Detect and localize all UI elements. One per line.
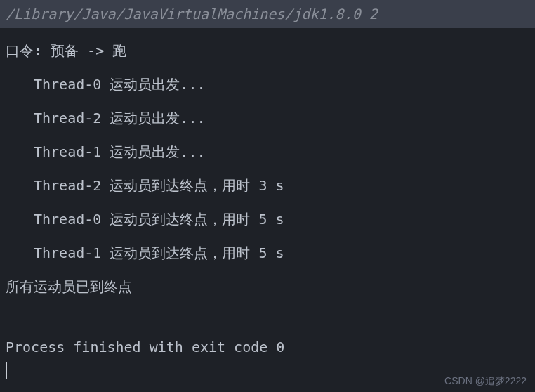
console-output[interactable]: /Library/Java/JavaVirtualMachines/jdk1.8… <box>0 0 535 381</box>
execution-path: /Library/Java/JavaVirtualMachines/jdk1.8… <box>0 0 535 28</box>
output-line: 所有运动员已到终点 <box>0 275 535 298</box>
output-line: Thread-1 运动员出发... <box>0 141 535 163</box>
blank-line <box>0 298 535 325</box>
output-line: Thread-0 运动员出发... <box>0 73 535 96</box>
cursor-icon <box>6 362 7 379</box>
output-line: Thread-1 运动员到达终点，用时 5 s <box>0 242 535 264</box>
output-line: Thread-2 运动员出发... <box>0 107 535 129</box>
output-line: 口令: 预备 -> 跑 <box>0 39 535 62</box>
exit-message: Process finished with exit code 0 <box>0 336 535 358</box>
watermark: CSDN @追梦2222 <box>444 375 527 388</box>
output-line: Thread-0 运动员到达终点，用时 5 s <box>0 208 535 230</box>
output-line: Thread-2 运动员到达终点，用时 3 s <box>0 174 535 197</box>
